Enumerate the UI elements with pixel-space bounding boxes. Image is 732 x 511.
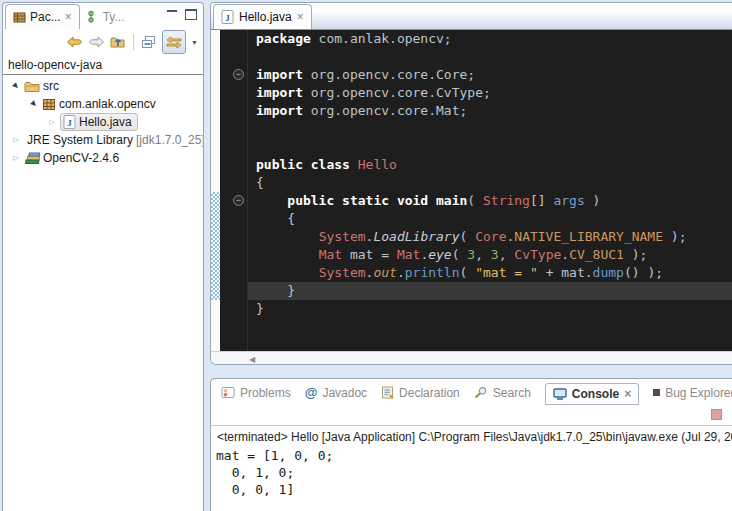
console-view: Problems @ Javadoc Declaration Search Co… bbox=[210, 378, 732, 511]
package-explorer-tab-bar: Pac... × Ty... bbox=[3, 3, 203, 29]
console-icon bbox=[553, 388, 567, 400]
package-icon bbox=[42, 98, 56, 111]
tree-item-label: JRE System Library bbox=[27, 133, 133, 147]
tree-item-label: Hello.java bbox=[79, 115, 132, 129]
range-indicator bbox=[211, 192, 220, 300]
fold-collapse-icon[interactable]: − bbox=[233, 195, 244, 206]
code-line[interactable] bbox=[248, 48, 732, 66]
code-line[interactable]: System.out.println( "mat = " + mat.dump(… bbox=[248, 264, 732, 282]
tree-item-label: src bbox=[43, 79, 59, 93]
tree-item-src[interactable]: ▶ src bbox=[3, 77, 203, 95]
editor-area: J Hello.java × −− package com.anlak.open… bbox=[210, 2, 732, 365]
view-menu-button[interactable]: ▼ bbox=[191, 32, 198, 52]
chevron-expanded-icon[interactable]: ▶ bbox=[10, 80, 23, 93]
chevron-down-icon: ▼ bbox=[191, 39, 198, 46]
scroll-left-icon[interactable]: ◀ bbox=[249, 355, 255, 364]
code-area[interactable]: package com.anlak.opencv; import org.ope… bbox=[248, 30, 732, 351]
forward-arrow-icon bbox=[88, 36, 105, 48]
tab-javadoc[interactable]: @ Javadoc bbox=[305, 386, 367, 400]
tab-type-hierarchy[interactable]: Ty... bbox=[80, 4, 132, 29]
back-button[interactable] bbox=[66, 32, 83, 52]
tab-label: Ty... bbox=[103, 10, 125, 24]
tab-declaration[interactable]: Declaration bbox=[381, 386, 460, 400]
package-explorer-panel: Pac... × Ty... bbox=[2, 2, 204, 511]
code-line[interactable]: Mat mat = Mat.eye( 3, 3, CvType.CV_8UC1 … bbox=[248, 246, 732, 264]
tab-bug-explorer[interactable]: Bug Explorer bbox=[653, 386, 732, 400]
tree-item-hello-java[interactable]: ▷ J Hello.java bbox=[3, 113, 203, 131]
type-hierarchy-icon bbox=[87, 10, 99, 23]
view-window-buttons bbox=[167, 9, 197, 20]
console-status-line: <terminated> Hello [Java Application] C:… bbox=[211, 425, 732, 445]
svg-text:J: J bbox=[225, 13, 230, 23]
code-line[interactable]: { bbox=[248, 174, 732, 192]
project-tree: ▶ src ▶ com.anlak.opencv ▷ J Hello.java … bbox=[3, 75, 203, 167]
chevron-collapsed-icon[interactable]: ▷ bbox=[47, 118, 57, 126]
tree-item-label: com.anlak.opencv bbox=[59, 97, 156, 111]
code-line[interactable]: { bbox=[248, 210, 732, 228]
close-icon[interactable]: × bbox=[65, 11, 72, 23]
code-line[interactable]: import org.opencv.core.Mat; bbox=[248, 102, 732, 120]
tab-label: Declaration bbox=[399, 386, 460, 400]
chevron-expanded-icon[interactable]: ▶ bbox=[28, 98, 41, 111]
tree-item-opencv-library[interactable]: ▷ OpenCV-2.4.6 bbox=[3, 149, 203, 167]
console-output[interactable]: mat = [1, 0, 0; 0, 1, 0; 0, 0, 1] bbox=[211, 445, 732, 500]
code-line[interactable]: } bbox=[248, 282, 732, 300]
maximize-icon[interactable] bbox=[185, 9, 197, 20]
tab-console[interactable]: Console × bbox=[545, 383, 639, 405]
chevron-collapsed-icon[interactable]: ▷ bbox=[11, 136, 21, 144]
code-line[interactable]: public static void main( String[] args ) bbox=[248, 192, 732, 210]
collapse-all-icon bbox=[141, 35, 157, 49]
tab-label: Search bbox=[493, 386, 531, 400]
fold-gutter[interactable]: −− bbox=[220, 30, 248, 351]
library-icon bbox=[24, 152, 40, 165]
chevron-collapsed-icon[interactable]: ▷ bbox=[11, 154, 21, 162]
code-line[interactable]: import org.opencv.core.Core; bbox=[248, 66, 732, 84]
link-with-editor-button[interactable] bbox=[162, 30, 186, 54]
java-file-icon: J bbox=[221, 10, 234, 24]
console-tab-bar: Problems @ Javadoc Declaration Search Co… bbox=[211, 379, 732, 406]
selected-item-highlight[interactable]: J Hello.java bbox=[60, 113, 138, 131]
tab-hello-java[interactable]: J Hello.java × bbox=[213, 4, 312, 29]
horizontal-scrollbar[interactable]: ◀ bbox=[211, 351, 732, 365]
fold-collapse-icon[interactable]: − bbox=[233, 69, 244, 80]
bug-explorer-icon bbox=[653, 389, 660, 396]
code-line[interactable]: package com.anlak.opencv; bbox=[248, 30, 732, 48]
collapse-all-button[interactable] bbox=[141, 32, 157, 52]
up-folder-icon bbox=[110, 35, 126, 49]
code-line[interactable]: import org.opencv.core.CvType; bbox=[248, 84, 732, 102]
package-explorer-toolbar: ▼ bbox=[3, 29, 203, 55]
tree-item-jre-library[interactable]: ▷ JRE System Library [jdk1.7.0_25] bbox=[3, 131, 203, 149]
close-icon[interactable]: × bbox=[624, 388, 631, 400]
java-file-icon: J bbox=[63, 115, 76, 129]
tab-problems[interactable]: Problems bbox=[221, 386, 291, 400]
code-line[interactable]: } bbox=[248, 300, 732, 318]
svg-text:J: J bbox=[67, 118, 72, 128]
declaration-icon bbox=[381, 386, 394, 399]
tab-package-explorer[interactable]: Pac... × bbox=[5, 4, 80, 29]
annotation-ruler[interactable] bbox=[211, 30, 220, 351]
code-line[interactable] bbox=[248, 120, 732, 138]
close-icon[interactable]: × bbox=[297, 11, 304, 23]
go-up-button[interactable] bbox=[110, 32, 126, 52]
terminate-icon[interactable] bbox=[711, 409, 722, 420]
tree-item-package[interactable]: ▶ com.anlak.opencv bbox=[3, 95, 203, 113]
eclipse-window: Pac... × Ty... bbox=[0, 0, 732, 511]
editor-tab-bar: J Hello.java × bbox=[211, 3, 732, 30]
code-line[interactable]: public class Hello bbox=[248, 156, 732, 174]
javadoc-icon: @ bbox=[305, 388, 318, 398]
code-line[interactable]: System.LoadLibrary( Core.NATIVE_LIBRARY_… bbox=[248, 228, 732, 246]
forward-button[interactable] bbox=[88, 32, 105, 52]
tab-search[interactable]: Search bbox=[474, 386, 531, 400]
tab-label: Javadoc bbox=[322, 386, 367, 400]
tab-label: Pac... bbox=[30, 10, 61, 24]
project-root-label[interactable]: hello-opencv-java bbox=[3, 55, 203, 75]
code-line[interactable] bbox=[248, 138, 732, 156]
minimize-icon[interactable] bbox=[167, 10, 177, 19]
back-arrow-icon bbox=[66, 36, 83, 48]
source-folder-icon bbox=[24, 80, 40, 93]
search-icon bbox=[474, 386, 488, 399]
editor-body: −− package com.anlak.opencv; import org.… bbox=[211, 30, 732, 351]
tab-label: Bug Explorer bbox=[665, 386, 732, 400]
toolbar-separator bbox=[133, 34, 134, 50]
console-toolbar bbox=[211, 406, 732, 425]
